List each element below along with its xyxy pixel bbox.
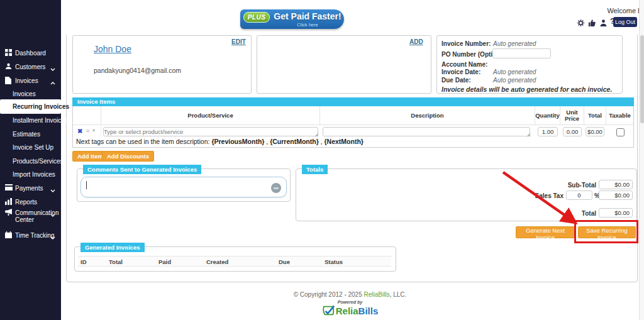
chevron-down-icon bbox=[50, 211, 55, 218]
dashboard-icon bbox=[5, 49, 13, 57]
tag-separator: , bbox=[264, 138, 270, 145]
col-taxable: Taxable bbox=[606, 106, 633, 125]
comments-legend: Comments Sent to Generated Invoices bbox=[83, 165, 201, 174]
thumbs-up-icon[interactable] bbox=[588, 18, 597, 27]
sidebar-subitem-recurring-invoices[interactable]: Recurring Invoices bbox=[0, 99, 61, 114]
sidebar-item-label: Payments bbox=[15, 185, 43, 192]
comments-input[interactable] bbox=[80, 177, 287, 197]
copyright-prefix: © Copyright 2012 - 2025 bbox=[294, 291, 364, 298]
subtotal-label: Sub-Total bbox=[521, 182, 596, 189]
sidebar-item-label: Communication Center bbox=[15, 209, 52, 223]
sidebar-item-label: Invoices bbox=[13, 91, 36, 97]
sidebar-item-label: Invoice Set Up bbox=[13, 144, 53, 151]
edit-customer-link[interactable]: EDIT bbox=[231, 38, 246, 45]
get-paid-faster-banner[interactable]: PLUS Get Paid Faster! Click here bbox=[240, 9, 344, 29]
sidebar-subitem-import-invoices[interactable]: Import Invoices bbox=[0, 168, 61, 181]
logo-text-relia: Relia bbox=[336, 306, 358, 316]
logout-button[interactable]: Log Out bbox=[613, 17, 637, 27]
welcome-text: Welcome Back bbox=[577, 7, 644, 14]
tax-amount-input[interactable] bbox=[599, 190, 633, 200]
auto-generated-note: Invoice details will be auto generated f… bbox=[441, 86, 612, 93]
brand-link[interactable]: ReliaBills bbox=[364, 291, 390, 298]
invoice-items-header: Invoice Items bbox=[72, 97, 634, 106]
copyright-line: © Copyright 2012 - 2025 ReliaBills, LLC. bbox=[61, 291, 639, 298]
total-input[interactable] bbox=[599, 208, 633, 218]
items-header-row: Product/Service Description Quantity Uni… bbox=[73, 106, 633, 125]
megaphone-icon bbox=[5, 209, 13, 216]
unit-price-input[interactable] bbox=[563, 127, 582, 136]
col-quantity: Quantity bbox=[535, 106, 560, 125]
customers-icon bbox=[5, 63, 13, 70]
sidebar-subitem-products-services[interactable]: Products/Services bbox=[0, 155, 61, 168]
total-label: Total bbox=[521, 210, 596, 217]
reliabills-logo[interactable]: ReliaBills bbox=[61, 304, 639, 317]
taxable-checkbox[interactable] bbox=[616, 128, 625, 136]
description-input[interactable] bbox=[323, 127, 530, 136]
sidebar-item-invoices[interactable]: Invoices bbox=[0, 75, 61, 87]
gear-icon[interactable] bbox=[577, 18, 586, 27]
tag-current-month: {CurrentMonth} bbox=[270, 138, 319, 145]
remove-row-icon[interactable]: ✖ bbox=[77, 128, 82, 135]
subtotal-input[interactable] bbox=[599, 180, 633, 189]
banner-title: Get Paid Faster! bbox=[273, 11, 342, 21]
product-service-input[interactable] bbox=[103, 127, 318, 136]
text-cursor bbox=[86, 181, 87, 189]
scrollbar-thumb[interactable] bbox=[640, 35, 644, 123]
sidebar: Dashboard Customers Invoices Invoices Re… bbox=[0, 0, 61, 320]
resize-grip-icon[interactable] bbox=[314, 133, 318, 136]
customer-name-link[interactable]: John Doe bbox=[94, 44, 131, 54]
sidebar-item-label: Estimates bbox=[13, 131, 40, 138]
chevron-up-icon bbox=[50, 79, 55, 86]
chevron-down-icon bbox=[50, 65, 55, 72]
line-total-input[interactable] bbox=[586, 127, 604, 136]
col-description: Description bbox=[320, 106, 535, 125]
sidebar-item-label: Time Tracking bbox=[15, 232, 54, 239]
sidebar-item-customers[interactable]: Customers bbox=[0, 61, 61, 74]
powered-by-text: Powered by bbox=[61, 300, 639, 304]
logo-text-bills: Bills bbox=[358, 306, 379, 316]
sidebar-item-label: Invoices bbox=[15, 77, 38, 84]
add-link[interactable]: ADD bbox=[409, 38, 423, 45]
sidebar-item-label: Reports bbox=[15, 199, 37, 206]
gen-col-status: Status bbox=[325, 258, 343, 265]
drag-row-icon[interactable]: ≡ bbox=[86, 128, 89, 134]
tax-rate-input[interactable] bbox=[566, 190, 592, 200]
tag-next-month: {NextMonth} bbox=[325, 138, 364, 145]
generated-invoices-legend: Generated Invoices bbox=[80, 243, 145, 252]
recurring-invoice-page: Dashboard Customers Invoices Invoices Re… bbox=[0, 0, 644, 320]
gen-col-id: ID bbox=[80, 258, 87, 265]
chevron-down-icon bbox=[50, 234, 55, 241]
vertical-scrollbar[interactable] bbox=[639, 0, 644, 320]
sidebar-item-payments[interactable]: Payments bbox=[0, 182, 61, 195]
add-discounts-button[interactable]: Add Discounts bbox=[102, 151, 154, 162]
sidebar-item-label: Recurring Invoices bbox=[13, 103, 69, 110]
sidebar-subitem-invoice-set-up[interactable]: Invoice Set Up bbox=[0, 141, 61, 154]
sidebar-subitem-installment-invoices[interactable]: Installment Invoices bbox=[0, 114, 61, 127]
sidebar-item-time-tracking[interactable]: Time Tracking bbox=[0, 229, 61, 242]
gen-col-created: Created bbox=[206, 258, 228, 265]
sidebar-item-label: Products/Services bbox=[13, 158, 64, 165]
invoice-file-icon bbox=[5, 77, 13, 84]
generate-next-invoice-button[interactable]: Generate Next Invoice bbox=[516, 226, 575, 238]
quantity-input[interactable] bbox=[538, 127, 558, 136]
plus-badge: PLUS bbox=[243, 12, 270, 23]
gen-col-paid: Paid bbox=[158, 258, 171, 265]
sidebar-item-communication-center[interactable]: Communication Center bbox=[0, 207, 61, 224]
col-total: Total bbox=[584, 106, 606, 125]
banner-click-here[interactable]: Click here bbox=[273, 22, 342, 28]
comment-addon-icon[interactable] bbox=[271, 183, 281, 193]
reports-icon bbox=[5, 198, 13, 206]
gen-col-due: Due bbox=[279, 258, 290, 265]
sidebar-subitem-invoices[interactable]: Invoices bbox=[0, 88, 61, 101]
invoice-date-label: Invoice Date: bbox=[441, 69, 480, 75]
invoice-number-label: Invoice Number: bbox=[441, 40, 491, 47]
row-select-icon[interactable]: ▾ bbox=[92, 128, 95, 133]
po-number-input[interactable] bbox=[492, 48, 551, 58]
calendar-icon bbox=[5, 231, 13, 239]
resize-grip-icon[interactable] bbox=[526, 133, 530, 136]
invoice-details-card: Invoice Number: Auto generated PO Number… bbox=[436, 35, 623, 94]
sidebar-item-dashboard[interactable]: Dashboard bbox=[0, 47, 61, 60]
sidebar-subitem-estimates[interactable]: Estimates bbox=[0, 128, 61, 141]
user-icon[interactable] bbox=[599, 18, 608, 27]
save-recurring-invoice-button[interactable]: Save Recurring Invoice bbox=[578, 226, 636, 238]
